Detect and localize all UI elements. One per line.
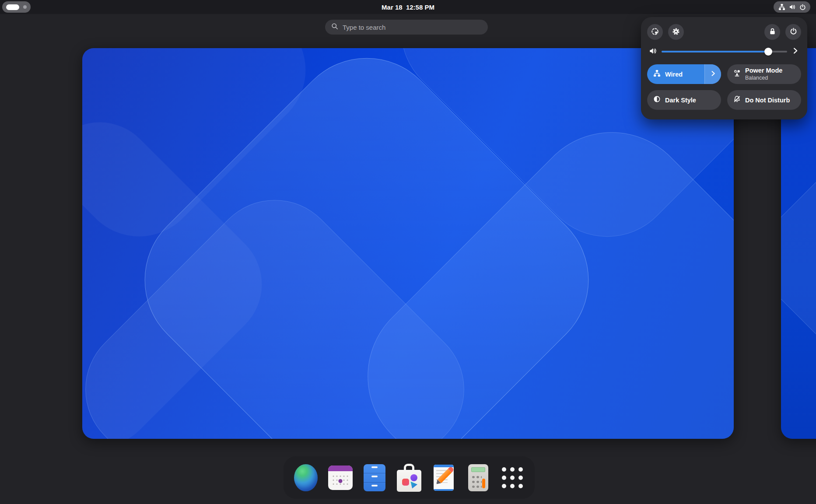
power-mode-text: Power Mode Balanced — [745, 67, 782, 81]
wired-expand-arrow[interactable] — [704, 64, 721, 84]
gear-icon — [672, 28, 680, 37]
text-editor-icon — [432, 464, 455, 492]
wallpaper-shape — [781, 73, 816, 439]
app-grid-icon — [502, 467, 523, 488]
workspace-indicator[interactable] — [2, 1, 31, 13]
network-wired-icon — [653, 70, 661, 79]
screenshot-icon — [651, 28, 659, 37]
app-web-browser[interactable] — [290, 462, 322, 494]
wired-toggle[interactable]: Wired — [647, 64, 721, 84]
power-icon — [790, 28, 797, 36]
power-menu-button[interactable] — [785, 24, 801, 40]
web-globe-icon — [294, 464, 318, 491]
power-mode-label: Power Mode — [745, 67, 782, 74]
search-input[interactable]: Type to search — [325, 20, 488, 35]
dark-style-toggle[interactable]: Dark Style — [647, 90, 721, 110]
wired-label: Wired — [665, 71, 683, 78]
wired-toggle-main[interactable]: Wired — [647, 64, 700, 84]
app-files[interactable] — [359, 462, 390, 494]
volume-slider[interactable] — [662, 48, 787, 56]
lock-icon — [769, 28, 776, 36]
dark-style-icon — [653, 95, 661, 105]
app-software[interactable] — [393, 462, 425, 494]
gnome-overview-screen: { "top_bar": { "clock": "Mar 18 12:58 PM… — [0, 0, 816, 504]
dash-dock — [284, 456, 535, 499]
calendar-icon — [328, 466, 353, 490]
power-icon — [799, 4, 806, 10]
quick-settings-panel: Wired Power M — [641, 17, 807, 119]
system-status-area[interactable] — [774, 1, 810, 13]
power-profile-balanced-icon — [733, 70, 741, 79]
file-cabinet-icon — [364, 464, 385, 491]
lock-button[interactable] — [764, 24, 780, 40]
quick-toggles-row-2: Dark Style Do Not Disturb — [647, 90, 801, 110]
top-bar: Mar 18 12:58 PM — [0, 0, 816, 14]
quick-settings-header — [647, 24, 801, 40]
workspace-inactive-dot[interactable] — [23, 5, 27, 9]
show-apps-button[interactable] — [497, 462, 528, 494]
power-mode-toggle[interactable]: Power Mode Balanced — [727, 64, 801, 84]
network-wired-icon — [778, 4, 785, 10]
dark-style-label: Dark Style — [665, 97, 696, 104]
speaker-icon — [649, 47, 657, 57]
settings-button[interactable] — [668, 24, 684, 40]
workspace-preview-1[interactable] — [82, 48, 734, 439]
app-text-editor[interactable] — [428, 462, 459, 494]
chevron-right-icon[interactable] — [791, 47, 799, 56]
volume-slider-fill — [662, 51, 768, 52]
bell-slash-icon — [733, 95, 741, 105]
software-bag-icon — [397, 464, 421, 492]
volume-row — [647, 45, 801, 58]
calculator-icon — [468, 464, 488, 491]
volume-icon — [789, 4, 796, 10]
do-not-disturb-label: Do Not Disturb — [745, 97, 790, 104]
app-calendar[interactable] — [325, 462, 356, 494]
volume-slider-knob[interactable] — [764, 48, 772, 56]
search-icon — [331, 23, 338, 32]
chevron-right-icon — [710, 70, 717, 79]
app-calculator[interactable] — [462, 462, 494, 494]
workspace-active-pill[interactable] — [6, 4, 19, 10]
screenshot-button[interactable] — [647, 24, 663, 40]
do-not-disturb-toggle[interactable]: Do Not Disturb — [727, 90, 801, 110]
power-mode-sublabel: Balanced — [745, 75, 782, 81]
search-placeholder: Type to search — [343, 24, 385, 31]
clock-button[interactable]: Mar 18 12:58 PM — [376, 0, 440, 14]
quick-toggles-row-1: Wired Power M — [647, 64, 801, 84]
